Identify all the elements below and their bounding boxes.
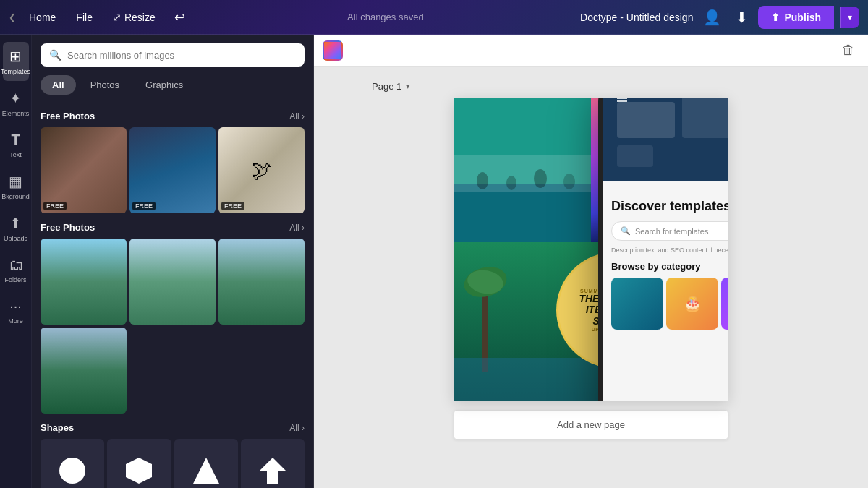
top-navigation: ❮ Home File ⤢ Resize ↩ All changes saved… — [0, 0, 868, 35]
color-swatch[interactable] — [323, 40, 343, 61]
svg-point-0 — [59, 458, 85, 484]
page-dropdown-icon[interactable]: ▾ — [406, 82, 410, 91]
tab-graphics[interactable]: Graphics — [134, 75, 195, 95]
sidebar-item-text[interactable]: T Text — [3, 126, 29, 164]
free-photos-2-title: Free Photos — [41, 222, 95, 233]
shapes-all[interactable]: All › — [289, 423, 305, 433]
sidebar-item-uploads[interactable]: ⬆ Uploads — [3, 209, 29, 248]
undo-button[interactable]: ↩ — [169, 7, 191, 28]
sidebar-item-bkground[interactable]: ▦ Bkground — [3, 167, 29, 206]
tab-all[interactable]: All — [41, 75, 76, 95]
more-icon: ··· — [9, 298, 22, 314]
document-title: Doctype - Untitled design — [580, 12, 693, 23]
svg-rect-41 — [617, 145, 653, 167]
free-photos-1-grid: FREE FREE 🕊 FREE — [41, 127, 305, 213]
share-icon[interactable]: 👤 — [699, 6, 726, 29]
sidebar-item-folders[interactable]: 🗂 Folders — [3, 251, 29, 289]
shape-hexagon[interactable]: FREE — [107, 439, 171, 488]
page-label-row: Page 1 ▾ — [372, 81, 410, 92]
svg-point-23 — [477, 172, 488, 189]
panel-tabs: All Photos Graphics — [32, 75, 313, 102]
home-back-chevron: ❮ — [9, 12, 16, 22]
shapes-title: Shapes — [41, 422, 74, 433]
phone-header-image — [603, 98, 728, 181]
nav-icon-group: 👤 ⬇ — [699, 6, 752, 29]
left-panel: 🔍 All Photos Graphics Free Photos All › … — [32, 35, 314, 488]
phone-cat-purple[interactable] — [721, 278, 728, 330]
sidebar-item-more[interactable]: ··· More — [3, 292, 29, 330]
download-icon[interactable]: ⬇ — [731, 6, 752, 29]
templates-icon: ⊞ — [9, 48, 22, 65]
discover-title: Discover templates — [611, 199, 728, 214]
free-photos-2-grid — [41, 239, 305, 414]
search-section: 🔍 — [32, 35, 313, 75]
photo-cell-ocean[interactable]: FREE — [129, 127, 216, 213]
shapes-header: Shapes All › — [41, 422, 305, 433]
sidebar-item-label: Text — [9, 151, 22, 158]
publish-icon: ⬆ — [771, 12, 780, 23]
sidebar-item-label: Uploads — [4, 235, 27, 242]
search-input[interactable] — [67, 50, 296, 61]
phone-content: Discover templates 🔍 Search for template… — [603, 181, 728, 338]
phone-cat-birthday[interactable]: 🎂 — [666, 278, 718, 330]
photo-cell-landscape2[interactable] — [129, 239, 216, 325]
text-icon: T — [11, 132, 20, 148]
photo-cell-landscape1[interactable] — [41, 239, 127, 325]
shape-triangle[interactable]: FREE — [174, 439, 238, 488]
elements-icon: ✦ — [9, 90, 22, 107]
publish-dropdown-button[interactable]: ▾ — [840, 7, 859, 28]
free-photos-1-title: Free Photos — [41, 111, 95, 121]
phone-frame: Discover templates 🔍 Search for template… — [598, 98, 728, 401]
search-box[interactable]: 🔍 — [41, 43, 305, 67]
canvas-scroll[interactable]: Page 1 ▾ — [314, 67, 868, 488]
svg-marker-3 — [260, 458, 286, 484]
sidebar-item-templates[interactable]: ⊞ Templates — [3, 42, 29, 81]
folders-icon: 🗂 — [9, 257, 23, 273]
resize-button[interactable]: ⤢ Resize — [106, 9, 163, 26]
design-beach-photo — [454, 98, 591, 242]
shape-arrow[interactable]: FREE — [241, 439, 305, 488]
home-button[interactable]: Home — [22, 9, 63, 26]
shape-circle[interactable]: FREE — [41, 439, 104, 488]
add-page-button[interactable]: Add a new page — [454, 410, 728, 440]
svg-point-25 — [534, 169, 547, 188]
svg-point-24 — [506, 176, 516, 190]
photo-cell-bird[interactable]: 🕊 FREE — [218, 127, 305, 213]
search-icon: 🔍 — [49, 49, 61, 61]
photo-cell-landscape4[interactable] — [41, 328, 127, 414]
phone-search-box[interactable]: 🔍 Search for templates — [611, 221, 728, 241]
phone-search-placeholder: Search for templates — [635, 227, 709, 236]
file-button[interactable]: File — [69, 9, 100, 26]
panel-content: Free Photos All › FREE FREE 🕊 FREE — [32, 102, 313, 488]
delete-button[interactable]: 🗑 — [838, 40, 859, 61]
sidebar-item-label: Templates — [1, 68, 30, 75]
sidebar-item-label: Folders — [5, 276, 27, 283]
uploads-icon: ⬆ — [9, 215, 22, 232]
autosave-status: All changes saved — [197, 12, 574, 22]
svg-rect-43 — [617, 98, 627, 99]
publish-button[interactable]: ⬆ Publish — [758, 6, 834, 29]
free-badge: FREE — [43, 202, 67, 210]
free-badge: FREE — [221, 202, 244, 210]
resize-icon: ⤢ — [113, 12, 122, 23]
phone-overlay: Discover templates 🔍 Search for template… — [598, 98, 728, 401]
page-label: Page 1 — [372, 81, 401, 92]
tab-photos[interactable]: Photos — [79, 75, 131, 95]
free-photos-2-all[interactable]: All › — [289, 223, 305, 233]
photo-cell-person[interactable]: FREE — [41, 127, 127, 213]
sidebar-item-label: Bkground — [1, 193, 30, 200]
canvas-toolbar: 🗑 — [314, 35, 868, 67]
svg-marker-1 — [126, 458, 152, 484]
main-layout: ⊞ Templates ✦ Elements T Text ▦ Bkground… — [0, 35, 868, 488]
photo-cell-landscape3[interactable] — [218, 239, 305, 325]
background-icon: ▦ — [9, 173, 22, 190]
free-badge: FREE — [132, 202, 156, 210]
phone-category-title: Browse by category — [611, 261, 728, 272]
phone-cat-beach[interactable] — [611, 278, 663, 330]
canvas-area: 🗑 Page 1 ▾ — [314, 35, 868, 488]
svg-rect-21 — [454, 184, 591, 242]
svg-rect-44 — [617, 100, 627, 102]
svg-rect-38 — [617, 102, 675, 138]
sidebar-item-elements[interactable]: ✦ Elements — [3, 84, 29, 123]
free-photos-1-all[interactable]: All › — [289, 111, 305, 121]
